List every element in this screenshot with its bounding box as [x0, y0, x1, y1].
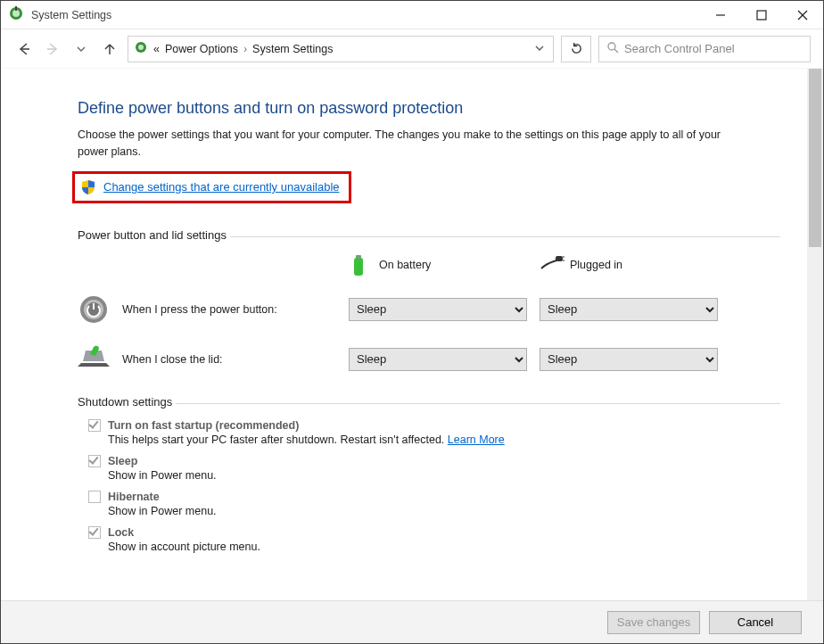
checkbox-sleep[interactable] — [88, 455, 101, 467]
search-icon — [606, 41, 619, 56]
refresh-button[interactable] — [561, 36, 591, 62]
body: Define power buttons and turn on passwor… — [1, 69, 823, 600]
page-heading: Define power buttons and turn on passwor… — [78, 99, 780, 118]
window-controls — [700, 1, 823, 29]
change-settings-highlight: Change settings that are currently unava… — [72, 171, 351, 203]
svg-point-11 — [608, 43, 615, 50]
shutdown-item-lock: Lock Show in account picture menu. — [88, 526, 780, 553]
search-input[interactable]: Search Control Panel — [598, 36, 811, 62]
title-bar: System Settings — [1, 1, 823, 29]
page-description: Choose the power settings that you want … — [78, 127, 737, 161]
cancel-button[interactable]: Cancel — [709, 611, 802, 634]
system-settings-window: System Settings — [0, 0, 824, 644]
battery-icon — [349, 254, 370, 276]
footer: Save changes Cancel — [1, 600, 823, 643]
shutdown-settings-list: Turn on fast startup (recommended) This … — [88, 419, 780, 553]
address-dropdown[interactable] — [531, 43, 548, 55]
power-button-icon — [78, 293, 110, 326]
checkbox-hibernate[interactable] — [88, 491, 101, 503]
close-lid-plugged-in-select[interactable]: Sleep — [540, 348, 718, 371]
power-button-lid-section: Power button and lid settings On battery — [78, 228, 780, 376]
svg-rect-15 — [556, 256, 563, 261]
minimize-button[interactable] — [700, 1, 741, 29]
svg-rect-4 — [757, 11, 766, 20]
svg-point-1 — [12, 10, 20, 17]
power-button-plugged-in-select[interactable]: Sleep — [540, 298, 718, 321]
svg-rect-14 — [356, 255, 361, 259]
change-settings-link[interactable]: Change settings that are currently unava… — [103, 180, 340, 194]
breadcrumb-power-options[interactable]: Power Options — [165, 43, 238, 55]
close-button[interactable] — [782, 1, 823, 29]
chevron-right-icon: › — [243, 43, 247, 55]
content: Define power buttons and turn on passwor… — [1, 69, 807, 600]
plug-icon — [540, 254, 561, 276]
col-on-battery: On battery — [349, 254, 527, 276]
shutdown-item-sleep: Sleep Show in Power menu. — [88, 455, 780, 482]
svg-point-10 — [138, 45, 144, 50]
shield-icon — [80, 179, 96, 195]
address-icon — [134, 40, 148, 57]
svg-rect-2 — [15, 6, 17, 11]
breadcrumb-system-settings[interactable]: System Settings — [252, 43, 333, 55]
save-changes-button[interactable]: Save changes — [607, 611, 700, 634]
shutdown-item-hibernate: Hibernate Show in Power menu. — [88, 491, 780, 517]
close-lid-on-battery-select[interactable]: Sleep — [349, 348, 527, 371]
col-plugged-in: Plugged in — [540, 254, 718, 276]
vertical-scrollbar[interactable] — [807, 69, 823, 600]
window-title: System Settings — [31, 9, 700, 21]
address-bar[interactable]: « Power Options › System Settings — [128, 36, 554, 62]
breadcrumb: « Power Options › System Settings — [153, 43, 526, 55]
checkbox-lock[interactable] — [88, 526, 101, 539]
nav-recent-dropdown[interactable] — [70, 38, 92, 60]
laptop-lid-icon — [78, 343, 110, 376]
search-placeholder: Search Control Panel — [624, 42, 735, 55]
breadcrumb-lead[interactable]: « — [153, 43, 160, 55]
svg-line-12 — [614, 49, 618, 53]
scrollbar-thumb[interactable] — [809, 69, 821, 247]
shutdown-settings-legend: Shutdown settings — [78, 395, 176, 409]
nav-up-button[interactable] — [99, 38, 120, 60]
toolbar: « Power Options › System Settings Search… — [1, 29, 823, 69]
power-button-on-battery-select[interactable]: Sleep — [349, 298, 527, 321]
shutdown-settings-section: Shutdown settings Turn on fast startup (… — [78, 395, 780, 553]
learn-more-link[interactable]: Learn More — [448, 433, 505, 446]
row-close-lid: When I close the lid: — [78, 343, 336, 376]
app-icon — [8, 5, 24, 24]
shutdown-item-fast-startup: Turn on fast startup (recommended) This … — [88, 419, 780, 446]
nav-forward-button[interactable] — [42, 38, 63, 60]
row-power-button: When I press the power button: — [78, 293, 336, 326]
maximize-button[interactable] — [741, 1, 782, 29]
svg-rect-13 — [354, 258, 363, 276]
power-button-lid-legend: Power button and lid settings — [78, 228, 230, 242]
nav-back-button[interactable] — [13, 38, 35, 60]
checkbox-fast-startup[interactable] — [88, 419, 101, 432]
